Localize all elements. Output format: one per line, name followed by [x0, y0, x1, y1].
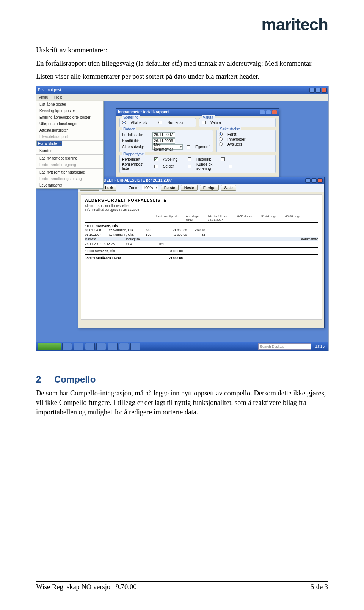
lukk-button[interactable]: Lukk: [102, 185, 116, 191]
minimize-icon[interactable]: [260, 110, 265, 114]
cell: test: [159, 242, 165, 246]
label: Egendef.: [195, 145, 210, 149]
dd-item[interactable]: List åpne poster: [36, 101, 103, 108]
aldersutvalg-select[interactable]: Med kommentar: [152, 144, 183, 150]
close-icon[interactable]: [272, 110, 277, 114]
customer-row: 10000 Normann, Ola: [85, 224, 318, 228]
col-head: Kommentar: [159, 237, 318, 241]
check-kundegk[interactable]: [229, 165, 232, 168]
clock: 13:16: [315, 344, 325, 348]
start-button[interactable]: [38, 343, 61, 350]
dd-item[interactable]: Utløpsdato forsikringer: [36, 121, 103, 127]
dd-item[interactable]: Lag ny renteberegning: [36, 155, 103, 162]
siste-button[interactable]: Siste: [221, 185, 236, 191]
check-historikk[interactable]: [221, 157, 225, 161]
dd-item: Endre remitteringsforslag: [36, 176, 103, 182]
param-title: Innparameter forfallsrapport: [118, 110, 169, 114]
forste-button[interactable]: Første: [161, 185, 179, 191]
col-head: Ikke forfalt per 25.11.2007: [208, 215, 234, 221]
label: Valuta: [210, 121, 221, 125]
col-head: 45-90 dager: [285, 215, 306, 221]
page-footer: Wise Regnskap NO versjon 9.70.00 Side 3: [36, 581, 328, 591]
radio-forst[interactable]: [219, 132, 223, 136]
maximize-icon[interactable]: [266, 110, 271, 114]
label: Aldersutvalg:: [122, 145, 149, 149]
menu-vindu[interactable]: Vindu: [39, 95, 48, 99]
app-title: Post mot post: [38, 88, 61, 92]
check-valuta[interactable]: [202, 121, 206, 124]
label: Forfallsdato:: [122, 133, 149, 137]
intro-p2: Listen viser alle kommentarer per post s…: [36, 72, 328, 82]
logo: maritech: [36, 15, 328, 34]
cell: -3 000,00: [156, 249, 183, 253]
report-toolbar: Skriv ut Lukk Zoom: 100% Første Neste Fo…: [78, 184, 324, 192]
group-rapporttype: Rapporttype: [122, 152, 145, 156]
group-valuta: Valuta: [202, 115, 215, 119]
dd-item[interactable]: Leverandører: [36, 182, 103, 188]
taskbar-item[interactable]: [74, 343, 83, 350]
dd-item[interactable]: Attestasjonslister: [36, 127, 103, 133]
value: Kredittid beregnet fra 25.11.2006: [92, 208, 139, 212]
label: Alfabetisk: [131, 121, 147, 125]
taskbar-item[interactable]: [96, 343, 106, 350]
label: Avslutter: [228, 142, 242, 146]
radio-inneholder[interactable]: [219, 137, 223, 141]
minimize-icon[interactable]: [305, 178, 311, 183]
check-periodisert[interactable]: [154, 157, 158, 161]
radio-alfabetisk[interactable]: [122, 121, 126, 124]
dd-item[interactable]: Endring åpne/oppgjorte poster: [36, 114, 103, 121]
close-icon[interactable]: [322, 88, 327, 93]
radio-avslutter[interactable]: [219, 142, 223, 146]
check-avdeling[interactable]: [188, 157, 191, 161]
check-konsernpost[interactable]: [154, 165, 158, 168]
col-head: Ant. dager forfalt: [186, 215, 205, 221]
forfallsdato-input[interactable]: 26.11.2007: [152, 132, 175, 138]
taskbar-item[interactable]: [62, 343, 72, 350]
taskbar-item[interactable]: [85, 343, 95, 350]
footer-right: Side 3: [310, 583, 328, 591]
col-head: Dato/tid: [85, 237, 123, 241]
intro-heading: Utskrift av kommentarer:: [36, 45, 328, 55]
dd-item-selected[interactable]: Forfallsliste: [36, 141, 62, 146]
neste-button[interactable]: Neste: [181, 185, 198, 191]
dd-item: Likviditetsrapport: [36, 133, 103, 140]
menu-hjelp[interactable]: Hjelp: [53, 95, 62, 99]
check-egendef[interactable]: [187, 145, 190, 149]
close-icon[interactable]: [317, 178, 323, 183]
zoom-label: Zoom:: [129, 186, 139, 190]
forrige-button[interactable]: Forrige: [200, 185, 219, 191]
taskbar-item[interactable]: [130, 343, 140, 350]
label: Inneholder: [228, 137, 245, 141]
titlebar: Post mot post: [36, 86, 328, 94]
cell: C: Normann, Ola.: [109, 233, 143, 237]
dd-item: Endre renteberegning: [36, 162, 103, 168]
radio-numerisk[interactable]: [158, 121, 162, 124]
dd-item[interactable]: Lag nytt remitteringsforslag: [36, 169, 103, 176]
maximize-icon[interactable]: [315, 88, 321, 93]
label: Først: [228, 132, 236, 136]
label: Kunde gk sonering: [196, 162, 225, 171]
cell: -2 000,00: [160, 233, 187, 237]
footer-left: Wise Regnskap NO versjon 9.70.00: [36, 583, 136, 591]
cell: Totalt utestående i NOK: [85, 256, 153, 260]
section-number: 2: [36, 374, 54, 385]
col-head: Uref. kreditposter: [156, 215, 183, 221]
minimize-icon[interactable]: [309, 88, 315, 93]
taskbar-item[interactable]: [119, 343, 129, 350]
dd-item[interactable]: Kunder: [36, 147, 103, 154]
check-selger[interactable]: [188, 165, 191, 168]
zoom-select[interactable]: 100%: [142, 185, 158, 190]
taskbar-item[interactable]: [108, 343, 118, 350]
label: Periodisert: [122, 157, 151, 162]
label: Klient:: [85, 204, 94, 208]
cell: 520: [146, 233, 157, 237]
cell: -39410: [190, 228, 205, 232]
search-desktop-input[interactable]: Search Desktop: [258, 343, 311, 350]
section-title: Compello: [54, 374, 96, 384]
cell: 01.01.1900: [85, 228, 106, 232]
col-head: Innlagt av: [126, 237, 156, 241]
dd-item[interactable]: Kryssing åpne poster: [36, 108, 103, 114]
maximize-icon[interactable]: [311, 178, 317, 183]
report-page: ALDERSFORDELT FORFALLSLISTE Klient: 100 …: [81, 194, 322, 320]
label: Info:: [85, 208, 91, 212]
